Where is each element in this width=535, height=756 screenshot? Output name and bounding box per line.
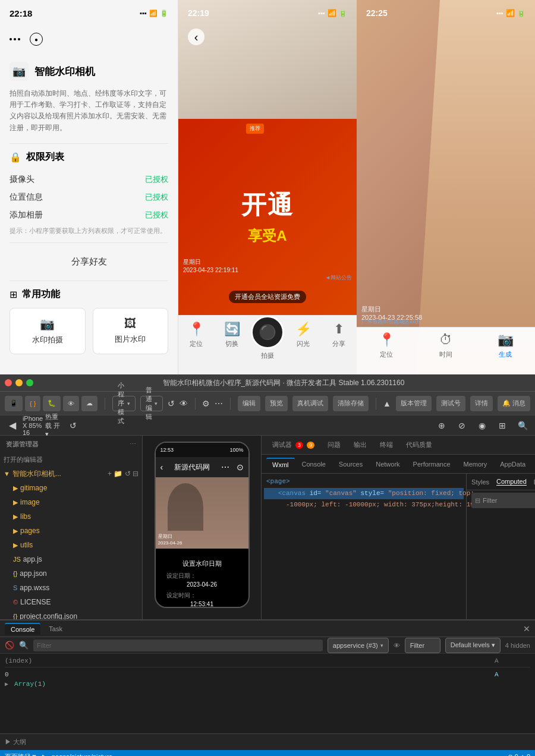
watermark-photo-button[interactable]: 📷 水印拍摄 [10, 308, 86, 354]
nav2-button[interactable]: ⊘ [454, 418, 470, 433]
eye-icon: 👁 [68, 400, 74, 407]
hotreload-button[interactable]: 热重载 开 ▾ [45, 418, 61, 433]
html-line-canvas[interactable]: <canvas id= "canvas" style= "position: f… [264, 488, 464, 500]
model-select-button[interactable]: iPhone X 85% 16 [25, 418, 40, 433]
back-nav-button[interactable]: ◀ [5, 418, 20, 433]
nav5-button[interactable]: 🔍 [515, 418, 530, 433]
version-button[interactable]: 版本管理 [396, 396, 432, 411]
devtools-tab-debugger[interactable]: 调试器 3 9 [266, 438, 320, 452]
share-tab-label: 分享 [332, 339, 345, 348]
tree-more-button[interactable]: ⋯ [130, 440, 136, 448]
folder-gitimage[interactable]: ▶ gitimage [0, 481, 142, 495]
folder-libs[interactable]: ▶ libs [0, 509, 142, 524]
inner-tab-wxml[interactable]: Wxml [266, 458, 295, 471]
editor-btn[interactable]: { } [25, 396, 40, 411]
visible-btn[interactable]: 👁 [63, 396, 79, 411]
preview-more-button[interactable]: ⋯ [221, 462, 229, 472]
devtools-tab-issues[interactable]: 问题 [322, 438, 347, 452]
path-label[interactable]: 页面路径▼ [5, 752, 37, 757]
mode-selector[interactable]: 小程序模式 ▾ [112, 396, 136, 411]
expand-icon[interactable]: ▶ [5, 681, 8, 688]
service-select[interactable]: appservice (#3) ▾ [328, 638, 389, 653]
inner-tab-memory[interactable]: Memory [458, 458, 493, 470]
view-button[interactable]: 👁 [180, 396, 188, 411]
tab-capture[interactable]: ⚫ 拍摄 [250, 322, 285, 360]
phone3-tab-generate[interactable]: 📷 生成 [476, 332, 535, 359]
compile-selector[interactable]: 普通编辑 ▾ [140, 396, 163, 411]
simulator-icon[interactable]: 📱 [5, 396, 23, 411]
console-filter-toggle[interactable]: 🔍 [19, 641, 29, 650]
devtools-tab-output[interactable]: 输出 [348, 438, 373, 452]
back-button[interactable]: ‹ [188, 29, 204, 45]
close-button[interactable] [5, 379, 12, 386]
nav3-button[interactable]: ◉ [474, 418, 490, 433]
tab-flash[interactable]: ⚡ 闪光 [285, 322, 321, 348]
devtools-tab-terminal[interactable]: 终端 [374, 438, 399, 452]
add-folder-button[interactable]: 📁 [114, 470, 122, 478]
tab-share[interactable]: ⬆ 分享 [321, 322, 357, 348]
eye-toggle[interactable]: 👁 [394, 642, 400, 649]
add-file-button[interactable]: + [108, 470, 112, 478]
detail-button[interactable]: 详情 [470, 396, 493, 411]
preview-button[interactable]: 预览 [265, 396, 288, 411]
file-appjs[interactable]: JS app.js [0, 552, 142, 566]
file-appjson[interactable]: {} app.json [0, 566, 142, 581]
console-tab-task[interactable]: Task [43, 623, 68, 634]
folder-image[interactable]: ▶ image [0, 495, 142, 509]
filter-input-bar[interactable]: Filter [405, 638, 440, 653]
refresh-tree-button[interactable]: ↺ [125, 470, 131, 478]
console-close-button[interactable]: ✕ [523, 624, 530, 634]
expand-panel-button[interactable]: ▶ 大纲 [5, 738, 26, 746]
debugger-btn[interactable]: 🐛 [43, 396, 61, 411]
permissions-title: 权限列表 [26, 151, 64, 163]
style-filter-input[interactable]: ⊟ Filter .cls [471, 493, 535, 508]
folder-utils[interactable]: ▶ utils [0, 538, 142, 552]
nav1-button[interactable]: ⊕ [434, 418, 449, 433]
open-editor-item[interactable]: 打开的编辑器 [0, 452, 142, 467]
console-clear-button[interactable]: 🚫 [5, 641, 14, 650]
collapse-button[interactable]: ⊟ [133, 470, 139, 478]
clean-button[interactable]: 清除存储 [333, 396, 369, 411]
tab-switch[interactable]: 🔄 切换 [214, 322, 250, 348]
capture-button[interactable]: ⚫ [251, 316, 284, 349]
refresh-button[interactable]: ↺ [168, 396, 175, 411]
more-button[interactable]: ⋯ [215, 396, 223, 411]
maximize-button[interactable] [26, 379, 33, 386]
realtest-button[interactable]: 真机调试 [292, 396, 328, 411]
file-license[interactable]: © LICENSE [0, 595, 142, 609]
inner-tab-console[interactable]: Console [296, 458, 332, 470]
image-watermark-button[interactable]: 🖼 图片水印 [93, 308, 169, 354]
arrow-up-button[interactable]: ▲ [383, 396, 391, 411]
styles-tab[interactable]: Styles [471, 478, 489, 486]
project-folder[interactable]: ▼ 智能水印相机... + 📁 ↺ ⊟ [0, 467, 142, 481]
file-appwxss[interactable]: S app.wxss [0, 581, 142, 595]
inner-tab-perf[interactable]: Performance [407, 458, 457, 470]
levels-select[interactable]: Default levels ▾ [445, 638, 501, 653]
computed-tab[interactable]: Computed [496, 478, 527, 486]
console-tab-console[interactable]: Console [5, 623, 40, 635]
tab-locate[interactable]: 📍 定位 [178, 322, 214, 348]
settings-button[interactable]: ⚙ [202, 396, 210, 411]
inner-tab-appdata[interactable]: AppData [494, 458, 531, 470]
phone3-tab-locate[interactable]: 📍 定位 [357, 332, 416, 359]
phone3-tab-time[interactable]: ⏱ 时间 [416, 332, 476, 359]
nav4-button[interactable]: ⊞ [495, 418, 510, 433]
perm-camera-label: 摄像头 [10, 174, 34, 185]
inner-tab-network[interactable]: Network [370, 458, 405, 470]
file-project-config[interactable]: {} project.config.json [0, 609, 142, 619]
inner-tab-more[interactable]: >> [533, 458, 535, 470]
inner-tab-sources[interactable]: Sources [333, 458, 369, 470]
preview-record-button[interactable]: ⊙ [237, 462, 244, 472]
libs-label: libs [20, 512, 31, 521]
share-button[interactable]: 分享好友 [10, 250, 168, 273]
testid-button[interactable]: 测试号 [436, 396, 465, 411]
preview-back-button[interactable]: ‹ [160, 462, 163, 472]
console-filter-input[interactable]: Filter [33, 640, 323, 651]
message-button[interactable]: 🔔 消息 [498, 396, 530, 411]
refresh-sim-button[interactable]: ↺ [65, 418, 81, 433]
deploy-btn[interactable]: ☁ [81, 396, 97, 411]
devtools-tab-quality[interactable]: 代码质量 [400, 438, 438, 452]
minimize-button[interactable] [15, 379, 23, 386]
edit-button[interactable]: 编辑 [238, 396, 260, 411]
folder-pages[interactable]: ▶ pages [0, 524, 142, 538]
